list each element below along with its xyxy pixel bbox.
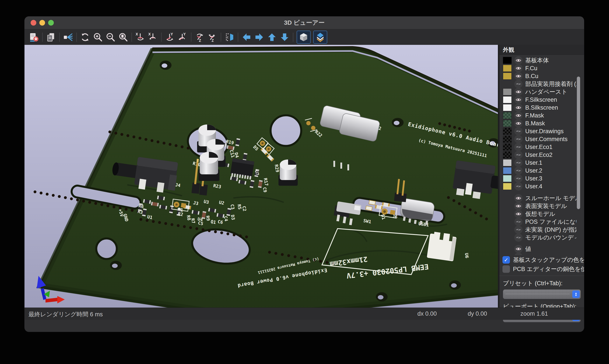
visibility-eye-off-icon[interactable] bbox=[514, 234, 523, 242]
svg-text:X: X bbox=[148, 32, 151, 36]
visibility-eye-off-icon[interactable] bbox=[514, 167, 523, 175]
visibility-eye-icon[interactable] bbox=[514, 88, 523, 96]
clipped-row-partial[interactable] bbox=[499, 253, 576, 255]
visibility-eye-icon[interactable] bbox=[514, 104, 523, 112]
appearance-panel-toggle[interactable] bbox=[313, 31, 327, 44]
model-row-item[interactable]: 表面実装モデル bbox=[499, 202, 576, 210]
layer-color-swatch[interactable] bbox=[503, 65, 512, 72]
layer-row-f-mask[interactable]: F.Mask bbox=[499, 112, 576, 119]
minimize-button[interactable] bbox=[39, 20, 45, 26]
layer-color-swatch[interactable] bbox=[503, 57, 512, 64]
layer-row-adh[interactable]: 部品実装用接着剤 (Adh bbox=[499, 80, 576, 88]
zoom-in-button[interactable] bbox=[91, 31, 104, 43]
attribute-row-item[interactable]: 値 bbox=[499, 245, 576, 253]
layer-color-swatch[interactable] bbox=[503, 159, 512, 166]
pan-right-button[interactable] bbox=[253, 31, 266, 43]
dx-value: dx 0.00 bbox=[417, 311, 437, 317]
visibility-eye-off-icon[interactable] bbox=[514, 127, 523, 135]
preset-dropdown[interactable]: ▲▼ bbox=[503, 289, 581, 299]
stackup-colors-checkbox-row[interactable]: ✓ 基板スタックアップの色を使用 bbox=[499, 255, 584, 264]
layer-row-b-cu[interactable]: B.Cu bbox=[499, 72, 576, 80]
model-row-pos[interactable]: POS ファイルにないモ bbox=[499, 218, 576, 226]
visibility-eye-off-icon[interactable] bbox=[514, 182, 523, 191]
rotate-z-counterclockwise-button[interactable]: Z bbox=[206, 31, 219, 43]
visibility-eye-icon[interactable] bbox=[514, 202, 523, 210]
layer-color-swatch[interactable] bbox=[503, 175, 512, 182]
model-row-item[interactable]: 仮想モデル bbox=[499, 210, 576, 218]
stackup-colors-checkbox[interactable]: ✓ bbox=[503, 256, 510, 264]
pan-up-button[interactable] bbox=[266, 31, 278, 43]
rotate-x-counterclockwise-button[interactable]: X bbox=[147, 31, 159, 43]
zoom-out-button[interactable] bbox=[104, 31, 117, 43]
layer-row-f-cu[interactable]: F.Cu bbox=[499, 64, 576, 72]
visibility-eye-icon[interactable] bbox=[514, 64, 523, 72]
layer-row-user-eco1[interactable]: User.Eco1 bbox=[499, 143, 576, 151]
pan-left-button[interactable] bbox=[240, 31, 253, 43]
visibility-eye-icon[interactable] bbox=[514, 245, 523, 253]
layer-color-swatch[interactable] bbox=[503, 96, 512, 103]
3d-viewport[interactable]: Exidiophone v6.0 Audio Board (c) Tomoya … bbox=[25, 45, 498, 320]
visibility-eye-icon[interactable] bbox=[514, 111, 523, 120]
layer-row-b-mask[interactable]: B.Mask bbox=[499, 119, 576, 127]
model-row-item[interactable]: スルーホール モデル bbox=[499, 194, 576, 202]
layer-list-scrollbar[interactable] bbox=[577, 77, 580, 209]
rotate-y-counterclockwise-button[interactable]: Y bbox=[176, 31, 189, 43]
toolbar-separator bbox=[191, 33, 191, 42]
layer-row-user-drawings[interactable]: User.Drawings bbox=[499, 127, 576, 135]
layer-color-swatch[interactable] bbox=[503, 143, 512, 151]
layer-row-f-silkscreen[interactable]: F.Silkscreen bbox=[499, 96, 576, 104]
layer-color-swatch[interactable] bbox=[503, 183, 512, 190]
visibility-eye-off-icon[interactable] bbox=[514, 174, 523, 183]
flip-board-button[interactable] bbox=[223, 31, 236, 43]
model-row-dnp[interactable]: 未実装 (DNP) が指定さ bbox=[499, 226, 576, 234]
layer-row-item[interactable]: 基板本体 bbox=[499, 56, 576, 64]
visibility-eye-icon[interactable] bbox=[514, 210, 523, 218]
layer-color-swatch[interactable] bbox=[503, 73, 512, 80]
layer-row-user-comments[interactable]: User.Comments bbox=[499, 135, 576, 143]
layer-row-user-3[interactable]: User.3 bbox=[499, 175, 576, 182]
visibility-eye-off-icon[interactable] bbox=[514, 143, 523, 151]
refresh-view-button[interactable] bbox=[79, 31, 91, 43]
layer-color-swatch[interactable] bbox=[503, 128, 512, 135]
layer-row-user-2[interactable]: User.2 bbox=[499, 167, 576, 175]
visibility-eye-off-icon[interactable] bbox=[514, 151, 523, 159]
pcb-copper-colors-checkbox-row[interactable]: PCB エディターの銅色を使用 bbox=[499, 264, 584, 274]
layer-row-b-silkscreen[interactable]: B.Silkscreen bbox=[499, 104, 576, 112]
layer-row-user-1[interactable]: User.1 bbox=[499, 159, 576, 167]
visibility-eye-off-icon[interactable] bbox=[514, 218, 523, 226]
rotate-y-clockwise-button[interactable]: Y bbox=[164, 31, 176, 43]
raytrace-render-button[interactable] bbox=[62, 31, 74, 43]
export-image-button[interactable] bbox=[27, 31, 40, 43]
visibility-eye-icon[interactable] bbox=[514, 72, 523, 80]
visibility-eye-off-icon[interactable] bbox=[514, 225, 523, 234]
pan-down-button[interactable] bbox=[278, 31, 291, 43]
layer-color-swatch[interactable] bbox=[503, 167, 512, 174]
layer-color-swatch[interactable] bbox=[503, 112, 512, 119]
layer-row-user-4[interactable]: User.4 bbox=[499, 182, 576, 190]
appearance-panel: 外観 基板本体F.CuB.Cu部品実装用接着剤 (AdhハンダペーストF.Sil… bbox=[499, 45, 584, 320]
model-row-item[interactable]: モデルのバウンディング bbox=[499, 234, 576, 242]
layer-color-swatch[interactable] bbox=[503, 136, 512, 143]
orthographic-projection-toggle[interactable] bbox=[297, 31, 311, 44]
layer-color-swatch[interactable] bbox=[503, 120, 512, 127]
visibility-eye-icon[interactable] bbox=[514, 96, 523, 104]
rotate-z-clockwise-button[interactable]: Z bbox=[193, 31, 206, 43]
layer-color-swatch[interactable] bbox=[503, 88, 512, 95]
zoom-to-fit-button[interactable] bbox=[117, 31, 130, 43]
visibility-eye-icon[interactable] bbox=[514, 119, 523, 128]
zoom-window-button[interactable] bbox=[48, 20, 54, 26]
close-button[interactable] bbox=[31, 20, 36, 26]
layer-row-item[interactable]: ハンダペースト bbox=[499, 88, 576, 96]
visibility-eye-off-icon[interactable] bbox=[514, 159, 523, 167]
visibility-eye-off-icon[interactable] bbox=[514, 80, 523, 88]
pcb-copper-colors-checkbox[interactable] bbox=[503, 265, 510, 273]
visibility-eye-icon[interactable] bbox=[514, 253, 523, 255]
visibility-eye-icon[interactable] bbox=[514, 194, 523, 202]
layer-row-user-eco2[interactable]: User.Eco2 bbox=[499, 151, 576, 159]
layer-color-swatch[interactable] bbox=[503, 104, 512, 111]
layer-color-swatch[interactable] bbox=[503, 151, 512, 158]
visibility-eye-off-icon[interactable] bbox=[514, 135, 523, 143]
rotate-x-clockwise-button[interactable]: X bbox=[134, 31, 147, 43]
copy-image-button[interactable] bbox=[45, 31, 57, 43]
visibility-eye-icon[interactable] bbox=[514, 56, 523, 65]
